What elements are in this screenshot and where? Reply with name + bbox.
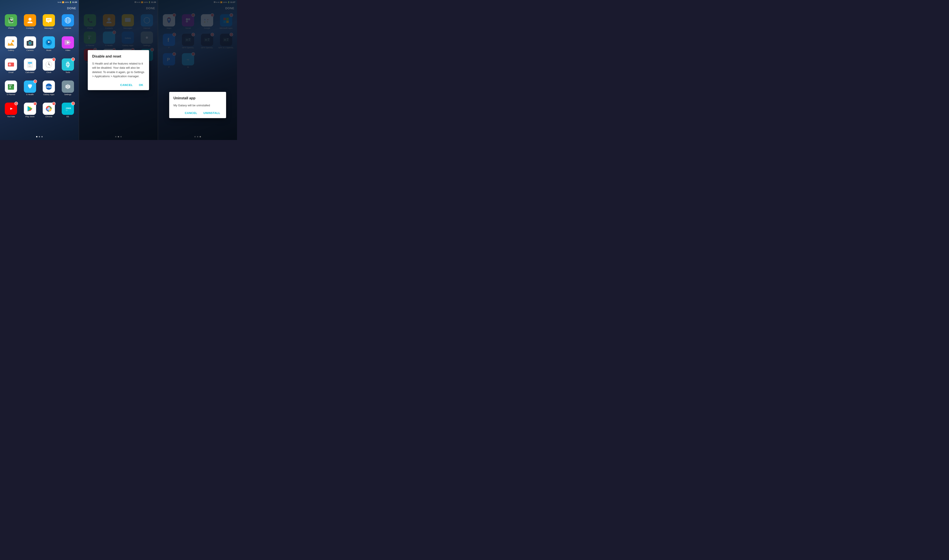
video-icon — [62, 36, 74, 49]
app-contacts[interactable]: Contacts — [21, 13, 39, 31]
internet-label: Internet — [64, 27, 71, 29]
dialog-overlay-3: Uninstall app My Galaxy will be uninstal… — [158, 0, 237, 140]
dialog-ok-button-2[interactable]: OK — [138, 83, 145, 88]
tools-icon — [62, 58, 74, 71]
playstore-icon — [24, 103, 36, 115]
contacts-label: Contacts — [26, 27, 34, 29]
panel-3: 🖼 N 4G 📶 100% 🔋 11:27 DONE — [158, 0, 237, 140]
app-messages[interactable]: Messages — [40, 13, 58, 31]
splanner-label: S Planner — [6, 94, 15, 95]
shealth-remove-badge — [34, 80, 37, 83]
app-internet[interactable]: Internet — [59, 13, 77, 31]
app-email[interactable]: @ Email — [2, 57, 20, 75]
svg-text:@: @ — [9, 64, 11, 66]
svg-point-17 — [29, 42, 31, 44]
app-grid-row3: @ Email + - × ÷ Calculator — [0, 56, 79, 76]
svg-rect-41 — [66, 65, 68, 66]
app-grid-row1: 📞 Phone Contacts — [0, 12, 79, 31]
email-icon: @ — [5, 58, 17, 71]
app-grid-row4: WED 8 S Planner S Health Galaxy — [0, 78, 79, 98]
app-calculator[interactable]: + - × ÷ Calculator — [21, 57, 39, 75]
dialog-body-2: S Health and all the features related to… — [92, 62, 145, 78]
svg-text:Galaxy: Galaxy — [45, 85, 53, 88]
dialog-buttons-3: CANCEL UNINSTALL — [174, 111, 222, 115]
shealth-label: S Health — [26, 94, 34, 95]
app-phone[interactable]: 📞 Phone — [2, 13, 20, 31]
app-video[interactable]: Video — [59, 35, 77, 53]
galaxyapps-icon: Galaxy — [43, 80, 55, 93]
dialog-uninstall-button[interactable]: UNINSTALL — [202, 111, 222, 115]
signal-icon: 📶 — [62, 1, 64, 3]
youtube-remove-badge — [14, 102, 18, 105]
shealth-icon — [24, 80, 36, 93]
playstore-label: Play Store — [25, 115, 35, 118]
svg-point-34 — [49, 64, 49, 65]
email-label: Email — [9, 71, 14, 74]
gallery-icon — [5, 36, 17, 49]
chrome-icon — [43, 103, 55, 115]
svg-text:📞: 📞 — [9, 17, 14, 22]
network-icon: N — [57, 1, 59, 3]
camera-label: Camera — [26, 49, 34, 51]
calculator-icon: + - × ÷ — [24, 58, 36, 71]
app-galaxyapps[interactable]: Galaxy Galaxy Apps — [40, 79, 58, 97]
camera-icon — [24, 36, 36, 49]
dialog-cancel-button-2[interactable]: CANCEL — [119, 83, 134, 88]
svg-rect-38 — [68, 66, 69, 68]
youtube-label: YouTube — [7, 115, 15, 118]
lte-badge: 4G — [59, 2, 61, 3]
ee-label: EE — [66, 115, 69, 118]
time-display-1: 11:26 — [72, 1, 77, 3]
svg-marker-22 — [70, 42, 71, 43]
svg-point-13 — [12, 40, 14, 42]
dialog-body-3: My Galaxy will be uninstalled — [174, 103, 222, 108]
done-button-1[interactable]: DONE — [67, 6, 76, 10]
dialog-title-2: Disable and reset — [92, 54, 145, 58]
ee-remove-badge — [71, 102, 75, 105]
dialog-buttons-2: CANCEL OK — [92, 83, 145, 88]
app-splanner[interactable]: WED 8 S Planner — [2, 79, 20, 97]
dialog-cancel-button-3[interactable]: CANCEL — [183, 111, 199, 115]
app-grid-row5: YouTube Play Store — [0, 100, 79, 120]
messages-icon — [43, 14, 55, 26]
battery-text: 100% — [65, 1, 69, 3]
battery-icon: 🔋 — [69, 1, 72, 3]
uninstall-dialog: Uninstall app My Galaxy will be uninstal… — [169, 92, 226, 118]
app-grid-row2: Gallery Camera Music — [0, 34, 79, 54]
app-youtube[interactable]: YouTube — [2, 101, 20, 119]
tools-remove-badge — [71, 57, 75, 61]
app-clock[interactable]: Clock — [40, 57, 58, 75]
playstore-remove-badge — [33, 102, 37, 105]
dialog-overlay-2: Disable and reset S Health and all the f… — [79, 0, 158, 140]
app-camera[interactable]: Camera — [21, 35, 39, 53]
svg-text:🛡: 🛡 — [66, 109, 68, 112]
gallery-label: Gallery — [8, 49, 14, 51]
app-settings[interactable]: Settings — [59, 79, 77, 97]
page-dots-1 — [0, 136, 79, 137]
app-playstore[interactable]: Play Store — [21, 101, 39, 119]
settings-icon — [62, 80, 74, 93]
svg-marker-4 — [47, 22, 49, 23]
svg-rect-40 — [68, 63, 70, 64]
chrome-label: Chrome — [45, 115, 52, 118]
top-bar-1: DONE — [0, 5, 79, 12]
svg-text:FREE: FREE — [66, 107, 71, 109]
app-shealth[interactable]: S Health — [21, 79, 39, 97]
app-ee[interactable]: FREE 🛡 EE — [59, 101, 77, 119]
music-label: Music — [46, 49, 51, 51]
clock-remove-badge — [52, 58, 55, 61]
app-gallery[interactable]: Gallery — [2, 35, 20, 53]
settings-label: Settings — [64, 94, 71, 95]
svg-rect-39 — [66, 63, 68, 64]
clock-icon — [43, 58, 55, 71]
dot-1-2 — [39, 136, 40, 137]
app-chrome[interactable]: Chrome — [40, 101, 58, 119]
dot-1-active — [36, 136, 37, 137]
app-music[interactable]: Music — [40, 35, 58, 53]
phone-icon: 📞 — [5, 14, 17, 26]
calculator-label: Calculator — [25, 71, 34, 74]
app-tools[interactable]: Tools — [59, 57, 77, 75]
svg-rect-42 — [68, 65, 70, 66]
svg-rect-28 — [28, 62, 32, 64]
video-label: Video — [65, 49, 70, 51]
